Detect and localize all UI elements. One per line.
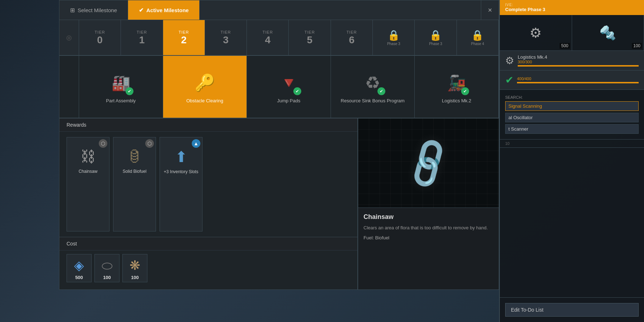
- search-label: search:: [505, 95, 639, 99]
- todo-section: Edit To-Do List: [500, 297, 644, 322]
- side-item-gear: ⚙ 500: [500, 15, 572, 50]
- phase-title: Complete Phase 3: [505, 7, 639, 12]
- logistics-side-name: Logistics Mk.4: [518, 54, 639, 60]
- gear-count: 500: [560, 43, 570, 49]
- obstacle-clearing-label: Obstacle Clearing: [186, 98, 223, 103]
- cost-label: Cost: [67, 241, 77, 247]
- biofuel-badge: ⬡: [145, 139, 154, 148]
- side-milestone-second[interactable]: ✔ 400/400: [500, 70, 644, 90]
- part-assembly-label: Part Assembly: [106, 98, 136, 103]
- logistics-side-info: Logistics Mk.4 300/300: [518, 54, 639, 67]
- grid-icon: ⊞: [70, 7, 75, 14]
- tier-3-number: 3: [223, 35, 229, 45]
- tier-7-sublabel: Phase 3: [387, 42, 400, 46]
- search-result-t-scanner[interactable]: t Scanner: [505, 124, 639, 134]
- tier-9-sublabel: Phase 4: [471, 42, 484, 46]
- tier-5-label: Tier: [304, 30, 315, 34]
- tier-8: 🔒 Phase 3: [415, 20, 457, 55]
- item-name: Chainsaw: [364, 213, 493, 221]
- tier-2-label: Tier: [179, 30, 189, 34]
- wood-icon: ⬭: [102, 258, 113, 273]
- left-panel: Rewards ⬡ ⛓ Chainsaw ⬡ 🛢 Solid Biofuel: [59, 118, 357, 289]
- logistics-side-icon: ⚙: [505, 55, 514, 67]
- milestone-part-assembly[interactable]: 🏭 ✔ Part Assembly: [79, 56, 163, 118]
- inventory-reward-label: +3 Inventory Slots: [164, 169, 198, 174]
- check-icon: ✔: [139, 7, 143, 14]
- obstacle-clearing-icon-wrap: 🔑: [192, 70, 217, 95]
- side-panel: ive: Complete Phase 3 ⚙ 500 🔩 100 ⚙ Logi…: [499, 0, 644, 322]
- tier-6-label: Tier: [346, 30, 357, 34]
- tier-2[interactable]: Tier 2: [163, 20, 205, 55]
- cost-header: Cost: [59, 237, 357, 250]
- tab-select-milestone[interactable]: ⊞ Select Milestone: [59, 0, 128, 20]
- tier-4-label: Tier: [263, 30, 273, 34]
- resource-sink-icon-wrap: ♻ ✔: [360, 70, 385, 95]
- rewards-grid: ⬡ ⛓ Chainsaw ⬡ 🛢 Solid Biofuel ▲ ⬆ +3 In…: [59, 132, 357, 237]
- tier-2-number: 2: [181, 35, 187, 45]
- search-result-signal-scanning[interactable]: Signal Scanning: [505, 101, 639, 111]
- jump-pads-check: ✔: [293, 87, 301, 95]
- logistics-progress-fill: [518, 65, 639, 67]
- cost-mycelia: ❋ 100: [122, 254, 147, 282]
- tier-7: 🔒 Phase 3: [373, 20, 415, 55]
- mycelia-icon: ❋: [130, 258, 140, 273]
- tier-6-number: 6: [349, 35, 355, 45]
- logistics-icon-wrap: 🚂 ✔: [444, 70, 469, 95]
- tier-4[interactable]: Tier 4: [247, 20, 289, 55]
- tier-1[interactable]: Tier 1: [121, 20, 163, 55]
- edit-todo-button[interactable]: Edit To-Do List: [505, 303, 639, 317]
- tab-active-milestone[interactable]: ✔ Active Milestone: [128, 0, 200, 20]
- right-panel: 🔗 Chainsaw Clears an area of flora that …: [357, 118, 499, 289]
- rewards-header: Rewards: [59, 118, 357, 132]
- reward-chainsaw[interactable]: ⬡ ⛓ Chainsaw: [67, 137, 109, 231]
- tier-9: 🔒 Phase 4: [457, 20, 499, 55]
- tier-3[interactable]: Tier 3: [205, 20, 247, 55]
- milestone-logistics-mk2[interactable]: 🚂 ✔ Logistics Mk.2: [415, 56, 499, 118]
- page-number: 10: [505, 141, 509, 146]
- part-assembly-check: ✔: [126, 87, 133, 95]
- milestone-modal: ⊞ Select Milestone ✔ Active Milestone × …: [59, 0, 499, 290]
- milestone-obstacle-clearing[interactable]: 🔑 Obstacle Clearing: [163, 56, 247, 118]
- rewards-section: Rewards ⬡ ⛓ Chainsaw ⬡ 🛢 Solid Biofuel: [59, 118, 357, 237]
- inventory-reward-icon: ⬆: [175, 148, 187, 166]
- cost-items: ◈ 500 ⬭ 100 ❋ 100: [59, 250, 357, 286]
- second-progress-fill: [517, 82, 639, 83]
- item-description: Clears an area of flora that is too diff…: [364, 224, 493, 231]
- gear-side-icon: ⚙: [530, 25, 542, 41]
- tier-5[interactable]: Tier 5: [289, 20, 331, 55]
- search-results: Signal Scanning al Oscillator t Scanner: [505, 101, 639, 134]
- second-side-info: 400/400: [517, 77, 639, 83]
- close-button[interactable]: ×: [481, 0, 499, 20]
- phase-pre-label: ive:: [505, 3, 639, 7]
- bolt-count: 100: [632, 43, 642, 49]
- tier-0-label: Tier: [95, 30, 105, 34]
- content-area: Rewards ⬡ ⛓ Chainsaw ⬡ 🛢 Solid Biofuel: [59, 118, 499, 289]
- rewards-label: Rewards: [67, 122, 86, 128]
- jump-pads-icon-wrap: 🔻 ✔: [276, 70, 301, 95]
- mycelia-amount: 100: [131, 275, 139, 280]
- tier-4-number: 4: [265, 35, 271, 45]
- cost-section: Cost ◈ 500 ⬭ 100 ❋ 100: [59, 237, 357, 289]
- page-indicator: 10: [500, 140, 644, 148]
- reward-inventory-slots[interactable]: ▲ ⬆ +3 Inventory Slots: [160, 137, 203, 231]
- chainsaw-reward-icon: ⛓: [80, 148, 96, 165]
- logistics-side-progress: 300/300: [518, 60, 639, 64]
- tier-8-sublabel: Phase 3: [429, 42, 442, 46]
- tab-active-label: Active Milestone: [146, 7, 189, 13]
- logistics-progress-bar: [518, 65, 639, 67]
- side-milestone-logistics[interactable]: ⚙ Logistics Mk.4 300/300: [500, 51, 644, 70]
- tier-0[interactable]: Tier 0: [79, 20, 121, 55]
- wood-amount: 100: [103, 275, 111, 280]
- search-result-al-oscillator[interactable]: al Oscillator: [505, 113, 639, 122]
- side-top-items: ⚙ 500 🔩 100: [500, 15, 644, 51]
- lock-icon-9: 🔒: [471, 29, 484, 41]
- tab-select-label: Select Milestone: [78, 7, 117, 13]
- milestone-resource-sink[interactable]: ♻ ✔ Resource Sink Bonus Program: [331, 56, 415, 118]
- second-progress-bar: [517, 82, 639, 83]
- check-side-icon: ✔: [505, 74, 513, 86]
- milestone-jump-pads[interactable]: 🔻 ✔ Jump Pads: [247, 56, 331, 118]
- milestone-row: 🏭 ✔ Part Assembly 🔑 Obstacle Clearing 🔻 …: [59, 56, 499, 118]
- reward-solid-biofuel[interactable]: ⬡ 🛢 Solid Biofuel: [113, 137, 156, 231]
- close-icon: ×: [488, 6, 492, 14]
- tier-6[interactable]: Tier 6: [331, 20, 373, 55]
